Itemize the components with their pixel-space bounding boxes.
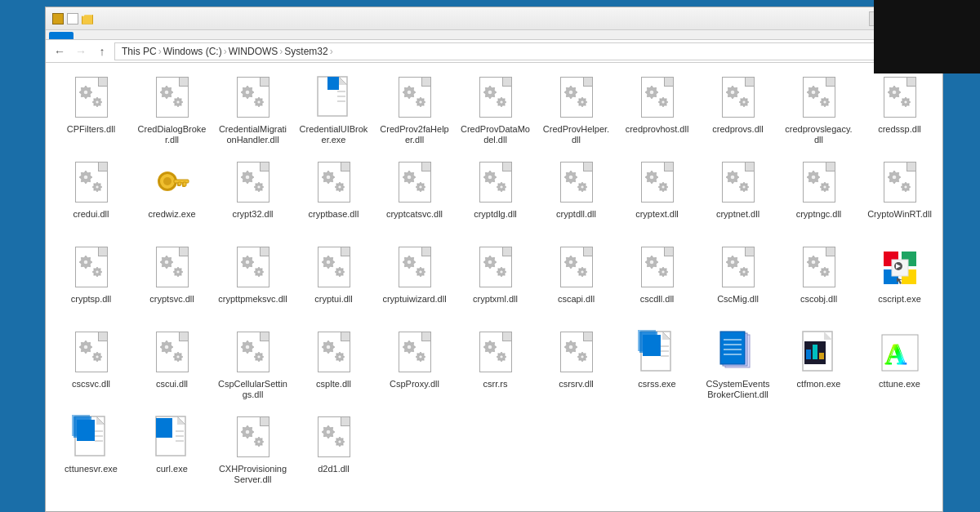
svg-rect-58 <box>183 182 186 186</box>
file-name: cscobj.dll <box>800 294 837 305</box>
tab-view[interactable] <box>122 32 147 39</box>
svg-point-111 <box>337 270 341 274</box>
file-item[interactable]: CscMig.dll <box>699 239 777 321</box>
breadcrumb-windows-dir[interactable]: WINDOWS <box>229 46 278 57</box>
file-item[interactable]: csplte.dll <box>295 324 372 406</box>
svg-point-31 <box>649 90 654 95</box>
file-item[interactable]: cryptnet.dll <box>699 154 777 236</box>
file-item[interactable]: CredentialMigrationHandler.dll <box>214 69 292 151</box>
file-item[interactable]: cscript.exe <box>861 239 938 321</box>
breadcrumb-thispc[interactable]: This PC <box>122 46 157 57</box>
file-item[interactable]: cttunesvr.exe <box>52 409 130 491</box>
file-name: cryptext.dll <box>635 209 679 220</box>
breadcrumb-windows[interactable]: Windows (C:) <box>163 46 222 57</box>
tab-file[interactable] <box>49 32 74 39</box>
breadcrumb-system32[interactable]: System32 <box>284 46 327 57</box>
file-item[interactable]: cryptxml.dll <box>457 239 534 321</box>
file-item[interactable]: CredentialUIBroker.exe <box>295 69 372 151</box>
file-item[interactable]: credssp.dll <box>861 69 938 151</box>
svg-point-164 <box>488 345 492 349</box>
file-name: CredProvDataModel.dll <box>461 124 530 145</box>
svg-point-89 <box>811 175 816 180</box>
file-item[interactable]: cryptsp.dll <box>52 239 130 321</box>
svg-rect-188 <box>806 349 811 359</box>
file-item[interactable]: cryptngc.dll <box>780 154 858 236</box>
file-item[interactable]: cscui.dll <box>133 324 211 406</box>
up-button[interactable]: ↑ <box>93 42 111 60</box>
file-item[interactable]: csrss.exe <box>618 324 696 406</box>
svg-point-211 <box>256 440 260 443</box>
svg-rect-190 <box>819 353 824 359</box>
file-name: credprovs.dll <box>712 124 763 135</box>
svg-point-168 <box>568 345 573 349</box>
file-item[interactable]: credui.dll <box>52 154 130 236</box>
file-item[interactable]: cscsvc.dll <box>52 324 130 406</box>
file-item[interactable]: cscdll.dll <box>618 239 696 321</box>
file-item[interactable]: crypt32.dll <box>214 154 292 236</box>
file-item[interactable]: cscobj.dll <box>780 239 858 321</box>
file-item[interactable]: CSystemEventsBrokerClient.dll <box>699 324 777 406</box>
svg-point-109 <box>326 260 331 265</box>
svg-rect-175 <box>638 330 656 351</box>
file-name: csrr.rs <box>483 379 508 390</box>
ribbon <box>46 30 942 40</box>
file-item[interactable]: csrsrv.dll <box>537 324 615 406</box>
file-item[interactable]: cryptui.dll <box>295 239 372 321</box>
svg-rect-59 <box>178 182 181 185</box>
file-item[interactable]: A A cttune.exe <box>861 324 938 406</box>
file-item[interactable]: credprovslegacy.dll <box>780 69 858 151</box>
file-item[interactable]: d2d1.dll <box>295 409 372 491</box>
file-item[interactable]: CspCellularSettings.dll <box>214 324 292 406</box>
svg-point-83 <box>661 185 664 189</box>
file-item[interactable]: curl.exe <box>133 409 211 491</box>
file-item[interactable]: cryptuiwizard.dll <box>376 239 453 321</box>
file-item[interactable]: credprovhost.dll <box>618 69 696 151</box>
file-name: cryptuiwizard.dll <box>382 294 446 305</box>
title-icon-2 <box>67 13 78 24</box>
svg-text:A: A <box>884 338 906 371</box>
file-name: ctfmon.exe <box>797 379 841 390</box>
file-name: CredDialogBroker.dll <box>137 124 207 145</box>
back-button[interactable]: ← <box>51 42 69 60</box>
file-name: CPFilters.dll <box>67 124 115 135</box>
file-item[interactable]: CredProvDataModel.dll <box>457 69 534 151</box>
svg-point-105 <box>245 260 250 265</box>
file-name: cscui.dll <box>156 379 188 390</box>
file-item[interactable]: csrr.rs <box>457 324 534 406</box>
file-name: CredProvHelper.dll <box>541 124 611 145</box>
forward-button[interactable]: → <box>72 42 90 60</box>
file-name: cryptsvc.dll <box>149 294 194 305</box>
svg-point-215 <box>337 440 341 443</box>
file-item[interactable]: cryptext.dll <box>618 154 696 236</box>
file-item[interactable]: CredProv2faHelper.dll <box>376 69 453 151</box>
address-bar: ← → ↑ This PC › Windows (C:) › WINDOWS ›… <box>46 40 942 63</box>
file-name: CspCellularSettings.dll <box>218 379 287 400</box>
file-item[interactable]: CredProvHelper.dll <box>537 69 615 151</box>
file-item[interactable]: credwiz.exe <box>133 154 211 236</box>
file-item[interactable]: ctfmon.exe <box>780 324 858 406</box>
file-item[interactable]: credprovs.dll <box>699 69 777 151</box>
tab-home[interactable] <box>74 32 98 39</box>
svg-point-158 <box>337 355 341 358</box>
file-item[interactable]: CspProxy.dll <box>376 324 453 406</box>
file-name: cryptsp.dll <box>71 294 112 305</box>
file-name: csrss.exe <box>638 379 675 390</box>
file-item[interactable]: crypttpmeksvc.dll <box>214 239 292 321</box>
file-item[interactable]: cryptdlg.dll <box>457 154 534 236</box>
file-item[interactable]: CXHProvisioningServer.dll <box>214 409 292 491</box>
file-name: cryptdll.dll <box>556 209 596 220</box>
tab-share[interactable] <box>98 32 122 39</box>
address-path[interactable]: This PC › Windows (C:) › WINDOWS › Syste… <box>114 42 938 60</box>
title-icons <box>52 13 93 24</box>
file-item[interactable]: CredDialogBroker.dll <box>133 69 211 151</box>
file-item[interactable]: cryptcatsvc.dll <box>376 154 453 236</box>
title-icon-3 <box>82 13 93 24</box>
file-item[interactable]: cryptbase.dll <box>295 154 372 236</box>
file-name: cscdll.dll <box>640 294 675 305</box>
file-item[interactable]: cryptsvc.dll <box>133 239 211 321</box>
file-item[interactable]: CPFilters.dll <box>52 69 130 151</box>
file-item[interactable]: cscapi.dll <box>537 239 615 321</box>
file-item[interactable]: CryptoWinRT.dll <box>861 154 938 236</box>
file-item[interactable]: cryptdll.dll <box>537 154 615 236</box>
file-name: CryptoWinRT.dll <box>867 209 932 220</box>
